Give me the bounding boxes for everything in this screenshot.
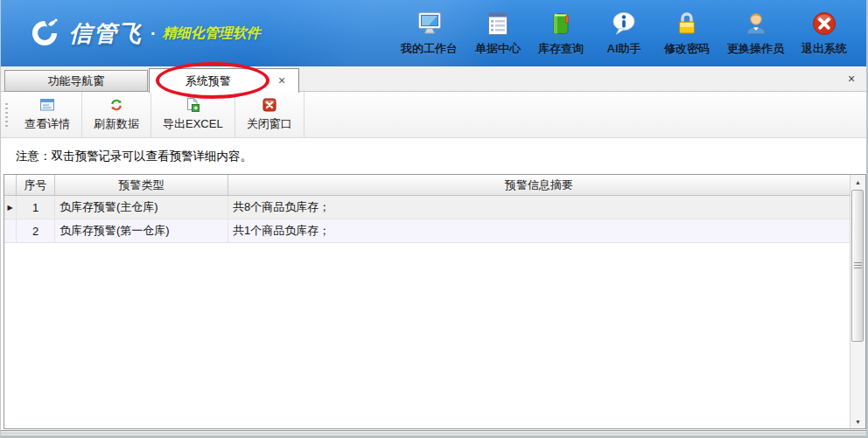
exit-icon xyxy=(810,8,838,39)
note-text: 注意：双击预警记录可以查看预警详细内容。 xyxy=(1,138,866,164)
header-seq[interactable]: 序号 xyxy=(17,175,55,195)
cell-alert-summary: 共1个商品负库存； xyxy=(228,219,850,242)
tab-close-icon[interactable]: × xyxy=(274,73,290,88)
inventory-icon xyxy=(547,8,575,39)
workstation-icon xyxy=(416,8,444,39)
nav-item-documents[interactable]: 单据中心 xyxy=(466,0,529,57)
view-details-button[interactable]: 查看详情 xyxy=(13,92,82,137)
vertical-scrollbar[interactable]: ▲ ▼ xyxy=(850,175,865,428)
refresh-data-button[interactable]: 刷新数据 xyxy=(82,92,151,137)
row-selector-cell xyxy=(4,219,17,242)
alerts-table-body: 序号 预警类型 预警信息摘要 ▶ 1 负库存预警(主仓库) 共8个商品负库存； … xyxy=(4,175,850,428)
scrollbar-grip xyxy=(854,262,862,269)
cell-alert-type: 负库存预警(第一仓库) xyxy=(55,219,228,242)
nav-item-operator[interactable]: 更换操作员 xyxy=(718,0,793,57)
tool-button-label: 导出EXCEL xyxy=(163,116,223,132)
tab-label: 系统预警 xyxy=(150,69,267,93)
cell-alert-summary: 共8个商品负库存； xyxy=(228,196,850,219)
nav-item-ai-assistant[interactable]: AI助手 xyxy=(592,0,655,57)
tab-strip: 功能导航窗 系统预警 × × xyxy=(1,66,866,92)
refresh-icon xyxy=(108,96,124,114)
table-row[interactable]: 2 负库存预警(第一仓库) 共1个商品负库存； xyxy=(4,219,850,243)
brand: 信管飞 · 精细化管理软件 xyxy=(27,16,261,51)
tool-button-label: 刷新数据 xyxy=(94,116,139,132)
header-alert-summary[interactable]: 预警信息摘要 xyxy=(228,175,850,195)
nav-item-exit[interactable]: 退出系统 xyxy=(793,0,856,57)
brand-name: 信管飞 xyxy=(69,18,143,49)
note-area: 注意：双击预警记录可以查看预警详细内容。 xyxy=(1,138,866,174)
toolbar-grip-handle[interactable] xyxy=(5,103,8,128)
cell-alert-type: 负库存预警(主仓库) xyxy=(55,196,228,219)
brand-separator: · xyxy=(150,24,157,44)
header-bar: 信管飞 · 精细化管理软件 我的工作台 xyxy=(1,0,866,66)
nav-item-password[interactable]: 修改密码 xyxy=(655,0,718,57)
nav-item-workstation[interactable]: 我的工作台 xyxy=(392,0,466,57)
row-selector-arrow: ▶ xyxy=(4,196,17,219)
nav-item-label: AI助手 xyxy=(607,41,641,57)
tab-system-alerts[interactable]: 系统预警 × xyxy=(149,68,299,93)
nav-item-label: 库存查询 xyxy=(538,41,584,57)
export-excel-icon xyxy=(185,96,200,114)
tab-label: 功能导航窗 xyxy=(48,73,105,89)
status-bar xyxy=(1,430,866,438)
application-window: 信管飞 · 精细化管理软件 我的工作台 xyxy=(0,0,868,438)
operator-icon xyxy=(742,8,770,39)
documents-icon xyxy=(484,8,512,39)
tab-function-navigator[interactable]: 功能导航窗 xyxy=(4,70,148,92)
header-selector-cell xyxy=(4,175,17,195)
scroll-down-icon[interactable]: ▼ xyxy=(850,414,865,428)
header-nav: 我的工作台 单据中心 xyxy=(392,0,856,66)
view-details-icon xyxy=(39,96,55,114)
ai-assistant-icon xyxy=(610,8,638,39)
nav-item-label: 单据中心 xyxy=(475,41,521,57)
brand-tagline: 精细化管理软件 xyxy=(163,24,261,43)
nav-item-inventory[interactable]: 库存查询 xyxy=(529,0,592,57)
nav-item-label: 更换操作员 xyxy=(727,41,784,57)
tool-button-label: 关闭窗口 xyxy=(247,116,292,132)
scroll-up-icon[interactable]: ▲ xyxy=(850,175,865,189)
tool-button-label: 查看详情 xyxy=(24,116,70,132)
table-row[interactable]: ▶ 1 负库存预警(主仓库) 共8个商品负库存； xyxy=(4,196,850,219)
nav-item-label: 退出系统 xyxy=(802,41,847,57)
export-excel-button[interactable]: 导出EXCEL xyxy=(151,92,235,137)
close-window-button[interactable]: 关闭窗口 xyxy=(235,92,304,137)
close-window-icon xyxy=(262,96,277,114)
header-alert-type[interactable]: 预警类型 xyxy=(55,175,228,195)
toolbar: 查看详情 刷新数据 导出EX xyxy=(1,92,866,138)
password-icon xyxy=(673,8,701,39)
scrollbar-thumb[interactable] xyxy=(851,190,864,342)
alerts-table: 序号 预警类型 预警信息摘要 ▶ 1 负库存预警(主仓库) 共8个商品负库存； … xyxy=(4,174,866,429)
cell-seq: 1 xyxy=(17,196,55,219)
tabstrip-close-icon[interactable]: × xyxy=(844,71,859,87)
cell-seq: 2 xyxy=(17,219,55,242)
nav-item-label: 我的工作台 xyxy=(401,41,458,57)
table-header-row: 序号 预警类型 预警信息摘要 xyxy=(4,175,850,196)
nav-item-label: 修改密码 xyxy=(664,41,710,57)
brand-logo-icon xyxy=(27,16,62,51)
